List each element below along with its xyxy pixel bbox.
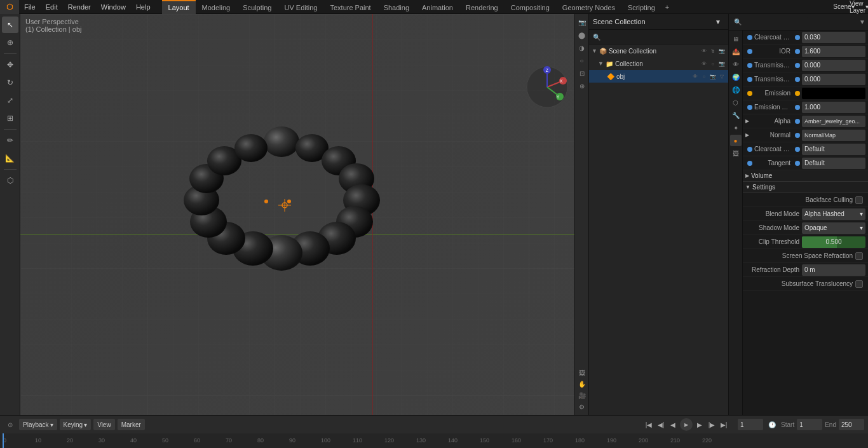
tool-measure[interactable]: 📐 [2,150,18,166]
next-keyframe-btn[interactable]: |▶ [707,419,717,430]
props-tab-output[interactable]: 📤 [730,46,742,57]
outliner-filter-icon[interactable]: ▼ [712,16,724,27]
play-end-btn[interactable]: ▶| [719,419,729,430]
alpha-expand-arrow[interactable]: ▶ [745,118,749,124]
normal-expand-arrow[interactable]: ▶ [745,132,749,138]
tab-geometry-nodes[interactable]: Geometry Nodes [556,0,621,14]
prev-frame-btn[interactable]: ◀ [668,419,678,430]
scene-collection-select-icon[interactable]: 🖱 [709,47,717,55]
viewport-extra-btn[interactable]: ⚙ [576,401,588,412]
shadow-mode-dropdown[interactable]: Opaque ▾ [802,222,865,234]
outliner-obj[interactable]: 🔶 obj 👁 ○ 📷 ▽ [589,70,728,83]
props-tab-view[interactable]: 👁 [730,58,742,70]
tool-add[interactable]: ⬡ [2,172,18,189]
props-tab-object[interactable]: ⬡ [730,97,742,108]
frame-ruler[interactable]: 0 10 20 30 40 50 60 70 80 90 100 110 120… [0,433,868,448]
viewport-shading-material[interactable]: ◑ [576,42,588,53]
add-workspace-button[interactable]: + [661,0,673,14]
clearcoat-rough-value[interactable]: 0.030 [802,32,865,43]
marker-menu[interactable]: Marker [118,419,145,430]
prev-keyframe-btn[interactable]: ◀| [656,419,666,430]
ior-value[interactable]: 1.600 [802,46,865,57]
tab-layout[interactable]: Layout [162,0,196,14]
transmission-value[interactable]: 0.000 [802,60,865,71]
viewport-gizmo-btn[interactable]: ⊕ [576,80,588,92]
menu-help[interactable]: Help [131,2,156,12]
transmission-r-value[interactable]: 0.000 [802,74,865,85]
props-tab-texture[interactable]: 🖼 [730,147,742,159]
menu-edit[interactable]: Edit [41,2,63,12]
tab-uv-editing[interactable]: UV Editing [278,0,323,14]
settings-section-header[interactable]: ▼ Settings [743,182,868,193]
tab-shading[interactable]: Shading [377,0,416,14]
clearcoat-normal-value[interactable]: Default [802,144,865,155]
props-tab-render[interactable]: 🖥 [730,33,742,44]
clip-threshold-slider[interactable]: 0.500 [802,236,865,248]
viewport-3d[interactable]: User Perspective (1) Collection | obj [20,14,588,415]
tool-annotate[interactable]: ✏ [2,132,18,149]
play-begin-btn[interactable]: |◀ [644,419,654,430]
outliner-scene-collection[interactable]: ▼ 📦 Scene Collection 👁 🖱 📷 [589,44,728,57]
viewport-display-btn[interactable]: 🖼 [576,367,588,378]
props-tab-scene[interactable]: 🌍 [730,71,742,83]
collection-view-icon[interactable]: 👁 [700,60,708,67]
tab-compositing[interactable]: Compositing [505,0,556,14]
play-btn[interactable]: ▶ [680,418,693,431]
tab-sculpting[interactable]: Sculpting [236,0,278,14]
props-tab-particles[interactable]: ✦ [730,122,742,133]
collection-exclude-icon[interactable]: ○ [709,60,717,67]
timeline-view-menu[interactable]: View [93,419,115,430]
scene-collection-render-icon[interactable]: 📷 [718,47,726,55]
tab-animation[interactable]: Animation [416,0,459,14]
blend-mode-dropdown[interactable]: Alpha Hashed ▾ [802,208,865,220]
obj-filter-icon[interactable]: ▽ [718,72,726,80]
menu-file[interactable]: File [19,2,41,12]
tool-transform[interactable]: ⊞ [2,110,18,126]
props-filter-icon[interactable]: ▼ [859,18,865,25]
properties-search[interactable]: 🔍 [731,17,808,28]
scene-collection-view-icon[interactable]: 👁 [700,47,708,55]
timeline-mode-icon[interactable]: ⊙ [4,419,17,430]
subsurface-translucency-checkbox[interactable] [855,280,863,288]
obj-view-icon[interactable]: 👁 [691,72,699,80]
tab-texture-paint[interactable]: Texture Paint [323,0,377,14]
start-frame-input[interactable]: 1 [797,419,822,430]
end-frame-input[interactable]: 250 [839,419,864,430]
volume-section-header[interactable]: ▶ Volume [743,170,868,182]
collection-render-icon[interactable]: 📷 [718,60,726,67]
menu-window[interactable]: Window [96,2,131,12]
props-tab-modifier[interactable]: 🔧 [730,109,742,121]
normal-value[interactable]: Normal/Map [802,130,865,141]
keying-menu[interactable]: Keying ▾ [60,419,92,430]
props-tab-world[interactable]: 🌐 [730,84,742,95]
viewport-shading-solid[interactable]: ⬤ [576,29,588,41]
tool-scale[interactable]: ⤢ [2,92,18,109]
refraction-depth-value[interactable]: 0 m [802,264,865,276]
alpha-value[interactable]: Amber_jewelry_geo... [802,116,865,127]
view-layer-selector[interactable]: View Layer ▾ [853,1,865,13]
screen-space-refraction-checkbox[interactable] [855,252,863,260]
viewport-fly-btn[interactable]: 🎥 [576,390,588,401]
viewport-shading-render[interactable]: ○ [576,55,588,66]
menu-render[interactable]: Render [63,2,96,12]
viewport-overlays-btn[interactable]: ⊡ [576,67,588,79]
frame-clock-icon[interactable]: 🕐 [766,419,778,430]
backface-culling-checkbox[interactable] [855,196,863,204]
obj-render-icon[interactable]: 📷 [709,72,717,80]
scene-selector[interactable]: Scene ▾ [837,1,850,13]
emission-strength-value[interactable]: 1.000 [802,102,865,113]
viewport-hand-btn[interactable]: ✋ [576,378,588,390]
tab-scripting[interactable]: Scripting [621,0,661,14]
props-tab-material[interactable]: ● [730,135,742,146]
tool-select[interactable]: ↖ [2,17,18,33]
tab-modeling[interactable]: Modeling [196,0,237,14]
emission-color-swatch[interactable] [802,88,865,99]
tool-rotate[interactable]: ↻ [2,74,18,91]
tab-rendering[interactable]: Rendering [459,0,505,14]
tool-move[interactable]: ✥ [2,57,18,73]
tangent-value[interactable]: Default [802,158,865,169]
current-frame-input[interactable]: 1 [738,419,763,430]
obj-select-icon[interactable]: ○ [700,72,708,80]
viewport-camera-btn[interactable]: 📷 [576,17,588,28]
next-frame-btn[interactable]: ▶ [695,419,705,430]
